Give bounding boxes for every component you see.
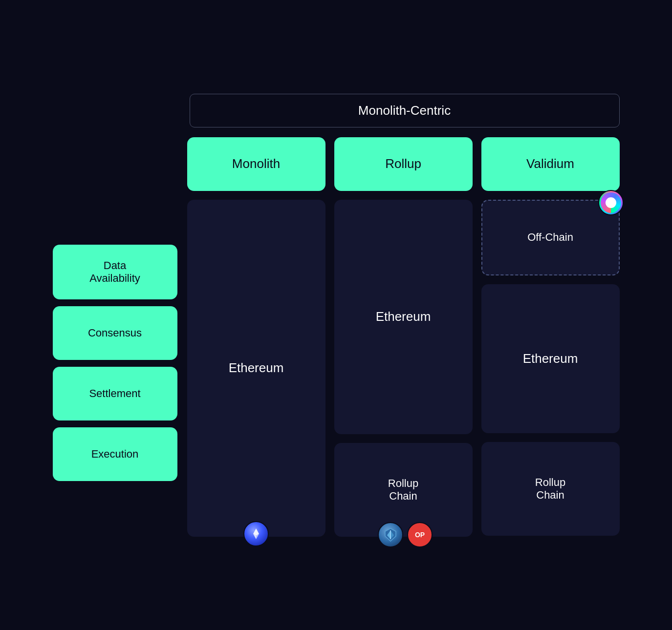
label-settlement: Settlement	[53, 367, 177, 420]
label-execution: Execution	[53, 427, 177, 481]
columns-area: Monolith Rollup Validium Ethereum	[177, 137, 620, 537]
rollup-ethereum-cell: Ethereum	[334, 200, 473, 434]
label-consensus: Consensus	[53, 306, 177, 360]
col-header-validium: Validium	[481, 137, 620, 191]
monolith-col: Ethereum	[187, 200, 325, 537]
eth-badge-monolith	[243, 521, 269, 546]
main-container: Monolith-Centric Data Availability Conse…	[43, 74, 629, 556]
rollup-col: Ethereum Rollup Chain	[334, 200, 473, 537]
monolith-centric-label: Monolith-Centric	[190, 94, 620, 127]
col-headers: Monolith Rollup Validium	[187, 137, 620, 191]
col-header-monolith: Monolith	[187, 137, 325, 191]
gradient-icon	[598, 190, 624, 215]
rollup-badges: OP	[374, 522, 433, 547]
grid-wrapper: Data Availability Consensus Settlement E…	[53, 137, 620, 537]
col-header-rollup: Rollup	[334, 137, 473, 191]
validium-offchain-cell: Off-Chain	[481, 200, 620, 275]
arbitrum-icon	[378, 522, 403, 547]
monolith-ethereum-cell: Ethereum	[187, 200, 325, 537]
validium-ethereum-cell: Ethereum	[481, 284, 620, 433]
data-rows: Ethereum	[187, 200, 620, 537]
rollup-chain-cell: Rollup Chain	[334, 443, 473, 537]
left-labels: Data Availability Consensus Settlement E…	[53, 137, 177, 481]
validium-col: Off-Chain Ethereum Rollup Chain	[481, 200, 620, 536]
optimism-icon: OP	[407, 522, 433, 547]
validium-rollup-chain-cell: Rollup Chain	[481, 442, 620, 536]
top-header: Monolith-Centric	[190, 94, 620, 127]
ethereum-icon	[243, 521, 269, 546]
header-title: Monolith-Centric	[358, 103, 451, 118]
label-data-availability: Data Availability	[53, 245, 177, 299]
